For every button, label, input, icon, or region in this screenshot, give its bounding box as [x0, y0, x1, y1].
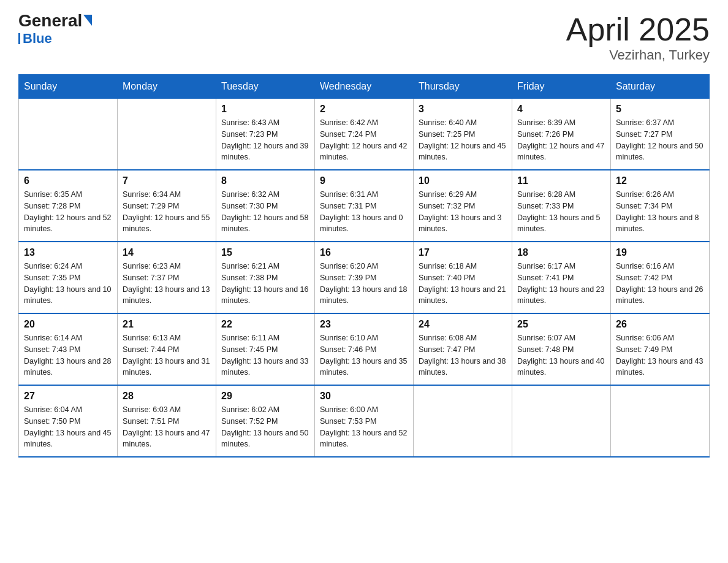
weekday-header-sunday: Sunday — [19, 75, 118, 99]
calendar-table: SundayMondayTuesdayWednesdayThursdayFrid… — [18, 74, 710, 458]
calendar-day-13: 13Sunrise: 6:24 AMSunset: 7:35 PMDayligh… — [19, 242, 118, 313]
calendar-empty-cell — [512, 385, 611, 457]
page-subtitle: Vezirhan, Turkey — [566, 47, 710, 63]
calendar-day-6: 6Sunrise: 6:35 AMSunset: 7:28 PMDaylight… — [19, 170, 118, 242]
calendar-empty-cell — [611, 385, 710, 457]
calendar-empty-cell — [414, 385, 512, 457]
day-info: Sunrise: 6:11 AMSunset: 7:45 PMDaylight:… — [221, 332, 309, 378]
day-number: 22 — [221, 319, 309, 330]
day-number: 16 — [320, 247, 408, 258]
day-number: 10 — [419, 175, 507, 186]
day-info: Sunrise: 6:07 AMSunset: 7:48 PMDaylight:… — [517, 332, 605, 378]
day-number: 20 — [24, 319, 112, 330]
calendar-day-29: 29Sunrise: 6:02 AMSunset: 7:52 PMDayligh… — [216, 385, 315, 457]
day-info: Sunrise: 6:04 AMSunset: 7:50 PMDaylight:… — [24, 404, 112, 450]
day-info: Sunrise: 6:40 AMSunset: 7:25 PMDaylight:… — [419, 117, 507, 163]
day-number: 9 — [320, 175, 408, 186]
logo-arrow-icon — [83, 15, 92, 26]
calendar-day-21: 21Sunrise: 6:13 AMSunset: 7:44 PMDayligh… — [118, 313, 216, 385]
calendar-empty-cell — [19, 99, 118, 170]
day-number: 25 — [517, 319, 605, 330]
weekday-header-wednesday: Wednesday — [315, 75, 414, 99]
calendar-day-1: 1Sunrise: 6:43 AMSunset: 7:23 PMDaylight… — [216, 99, 315, 170]
day-info: Sunrise: 6:23 AMSunset: 7:37 PMDaylight:… — [123, 261, 211, 307]
day-info: Sunrise: 6:21 AMSunset: 7:38 PMDaylight:… — [221, 261, 309, 307]
day-info: Sunrise: 6:26 AMSunset: 7:34 PMDaylight:… — [616, 189, 704, 235]
day-info: Sunrise: 6:34 AMSunset: 7:29 PMDaylight:… — [123, 189, 211, 235]
day-info: Sunrise: 6:24 AMSunset: 7:35 PMDaylight:… — [24, 261, 112, 307]
weekday-header-friday: Friday — [512, 75, 611, 99]
day-number: 2 — [320, 104, 408, 115]
day-number: 11 — [517, 175, 605, 186]
day-info: Sunrise: 6:37 AMSunset: 7:27 PMDaylight:… — [616, 117, 704, 163]
calendar-day-15: 15Sunrise: 6:21 AMSunset: 7:38 PMDayligh… — [216, 242, 315, 313]
calendar-week-row: 1Sunrise: 6:43 AMSunset: 7:23 PMDaylight… — [19, 99, 710, 170]
day-info: Sunrise: 6:42 AMSunset: 7:24 PMDaylight:… — [320, 117, 408, 163]
day-number: 13 — [24, 247, 112, 258]
day-number: 5 — [616, 104, 704, 115]
day-number: 19 — [616, 247, 704, 258]
day-info: Sunrise: 6:28 AMSunset: 7:33 PMDaylight:… — [517, 189, 605, 235]
day-number: 24 — [419, 319, 507, 330]
logo: General Blue — [18, 12, 92, 47]
day-info: Sunrise: 6:20 AMSunset: 7:39 PMDaylight:… — [320, 261, 408, 307]
day-info: Sunrise: 6:14 AMSunset: 7:43 PMDaylight:… — [24, 332, 112, 378]
calendar-day-11: 11Sunrise: 6:28 AMSunset: 7:33 PMDayligh… — [512, 170, 611, 242]
calendar-day-28: 28Sunrise: 6:03 AMSunset: 7:51 PMDayligh… — [118, 385, 216, 457]
calendar-week-row: 20Sunrise: 6:14 AMSunset: 7:43 PMDayligh… — [19, 313, 710, 385]
day-number: 15 — [221, 247, 309, 258]
calendar-day-4: 4Sunrise: 6:39 AMSunset: 7:26 PMDaylight… — [512, 99, 611, 170]
calendar-day-24: 24Sunrise: 6:08 AMSunset: 7:47 PMDayligh… — [414, 313, 512, 385]
day-number: 3 — [419, 104, 507, 115]
page-title: April 2025 — [566, 12, 710, 47]
day-info: Sunrise: 6:35 AMSunset: 7:28 PMDaylight:… — [24, 189, 112, 235]
day-number: 6 — [24, 175, 112, 186]
day-info: Sunrise: 6:13 AMSunset: 7:44 PMDaylight:… — [123, 332, 211, 378]
calendar-day-9: 9Sunrise: 6:31 AMSunset: 7:31 PMDaylight… — [315, 170, 414, 242]
calendar-day-25: 25Sunrise: 6:07 AMSunset: 7:48 PMDayligh… — [512, 313, 611, 385]
calendar-empty-cell — [118, 99, 216, 170]
calendar-week-row: 13Sunrise: 6:24 AMSunset: 7:35 PMDayligh… — [19, 242, 710, 313]
calendar-week-row: 6Sunrise: 6:35 AMSunset: 7:28 PMDaylight… — [19, 170, 710, 242]
calendar-day-20: 20Sunrise: 6:14 AMSunset: 7:43 PMDayligh… — [19, 313, 118, 385]
calendar-day-26: 26Sunrise: 6:06 AMSunset: 7:49 PMDayligh… — [611, 313, 710, 385]
day-info: Sunrise: 6:06 AMSunset: 7:49 PMDaylight:… — [616, 332, 704, 378]
day-number: 18 — [517, 247, 605, 258]
calendar-day-30: 30Sunrise: 6:00 AMSunset: 7:53 PMDayligh… — [315, 385, 414, 457]
day-number: 26 — [616, 319, 704, 330]
day-number: 14 — [123, 247, 211, 258]
day-info: Sunrise: 6:43 AMSunset: 7:23 PMDaylight:… — [221, 117, 309, 163]
day-info: Sunrise: 6:29 AMSunset: 7:32 PMDaylight:… — [419, 189, 507, 235]
title-area: April 2025 Vezirhan, Turkey — [566, 12, 710, 63]
weekday-header-tuesday: Tuesday — [216, 75, 315, 99]
day-number: 21 — [123, 319, 211, 330]
logo-line-icon — [18, 33, 20, 44]
calendar-day-27: 27Sunrise: 6:04 AMSunset: 7:50 PMDayligh… — [19, 385, 118, 457]
day-info: Sunrise: 6:39 AMSunset: 7:26 PMDaylight:… — [517, 117, 605, 163]
calendar-day-12: 12Sunrise: 6:26 AMSunset: 7:34 PMDayligh… — [611, 170, 710, 242]
day-info: Sunrise: 6:32 AMSunset: 7:30 PMDaylight:… — [221, 189, 309, 235]
calendar-day-10: 10Sunrise: 6:29 AMSunset: 7:32 PMDayligh… — [414, 170, 512, 242]
calendar-day-18: 18Sunrise: 6:17 AMSunset: 7:41 PMDayligh… — [512, 242, 611, 313]
page-header: General Blue April 2025 Vezirhan, Turkey — [18, 12, 710, 63]
calendar-day-8: 8Sunrise: 6:32 AMSunset: 7:30 PMDaylight… — [216, 170, 315, 242]
weekday-header-thursday: Thursday — [414, 75, 512, 99]
calendar-header-row: SundayMondayTuesdayWednesdayThursdayFrid… — [19, 75, 710, 99]
day-number: 23 — [320, 319, 408, 330]
logo-blue-text: Blue — [23, 31, 52, 47]
day-number: 1 — [221, 104, 309, 115]
day-number: 30 — [320, 391, 408, 402]
day-info: Sunrise: 6:08 AMSunset: 7:47 PMDaylight:… — [419, 332, 507, 378]
calendar-day-16: 16Sunrise: 6:20 AMSunset: 7:39 PMDayligh… — [315, 242, 414, 313]
day-number: 27 — [24, 391, 112, 402]
day-info: Sunrise: 6:16 AMSunset: 7:42 PMDaylight:… — [616, 261, 704, 307]
calendar-day-23: 23Sunrise: 6:10 AMSunset: 7:46 PMDayligh… — [315, 313, 414, 385]
day-number: 29 — [221, 391, 309, 402]
calendar-day-7: 7Sunrise: 6:34 AMSunset: 7:29 PMDaylight… — [118, 170, 216, 242]
day-info: Sunrise: 6:17 AMSunset: 7:41 PMDaylight:… — [517, 261, 605, 307]
day-number: 12 — [616, 175, 704, 186]
day-info: Sunrise: 6:02 AMSunset: 7:52 PMDaylight:… — [221, 404, 309, 450]
day-info: Sunrise: 6:31 AMSunset: 7:31 PMDaylight:… — [320, 189, 408, 235]
calendar-day-17: 17Sunrise: 6:18 AMSunset: 7:40 PMDayligh… — [414, 242, 512, 313]
day-number: 4 — [517, 104, 605, 115]
